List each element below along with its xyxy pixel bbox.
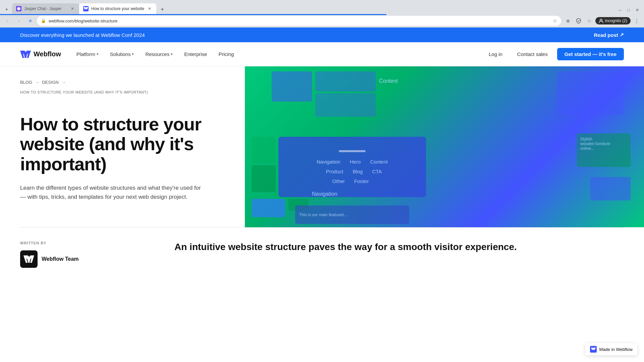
- extensions-icon[interactable]: ⊕: [563, 16, 573, 25]
- platform-chevron: ▾: [97, 52, 99, 56]
- wf-mini-logo: [590, 346, 597, 353]
- viz-label-nav: Navigation: [312, 191, 337, 197]
- bookmark-manager-icon[interactable]: ☆: [585, 16, 594, 25]
- breadcrumb-sep1: →: [35, 80, 39, 85]
- incognito-label: Incognito (2): [605, 18, 627, 23]
- new-tab-btn[interactable]: +: [158, 5, 167, 14]
- resources-chevron: ▾: [171, 52, 173, 56]
- nav-enterprise[interactable]: Enterprise: [179, 49, 212, 60]
- author-avatar: [20, 250, 38, 268]
- breadcrumb-blog[interactable]: BLOG: [20, 80, 32, 85]
- viz-block-2: [315, 71, 376, 92]
- nav-logo[interactable]: Webflow: [20, 49, 61, 60]
- login-btn[interactable]: Log in: [483, 49, 508, 60]
- main-content: BLOG → DESIGN → HOW TO STRUCTURE YOUR WE…: [0, 66, 644, 227]
- nav-solutions[interactable]: Solutions ▾: [105, 49, 139, 60]
- svg-point-0: [17, 7, 20, 10]
- tab-webflow-close[interactable]: ✕: [147, 6, 152, 11]
- toolbar-actions: ⊕ ☆ Incognito (2) ⋮: [563, 16, 641, 25]
- svg-line-2: [578, 20, 580, 21]
- viz-block-1: [272, 71, 312, 102]
- viz-bar: [339, 150, 366, 152]
- window-controls: ─ □ ✕: [616, 6, 641, 14]
- back-btn[interactable]: ‹: [3, 16, 12, 25]
- written-by-section: WRITTEN BY Webflow Team: [20, 241, 154, 268]
- solutions-chevron: ▾: [132, 52, 134, 56]
- tab-jasper[interactable]: Jasper Chat - Jasper ✕: [12, 3, 79, 14]
- author-name: Webflow Team: [42, 256, 79, 262]
- announcement-bar: Discover everything we launched at Webfl…: [0, 27, 644, 42]
- cta-btn[interactable]: Get started — it's free: [557, 48, 624, 60]
- article-area: BLOG → DESIGN → HOW TO STRUCTURE YOUR WE…: [0, 66, 245, 227]
- webflow-favicon: [83, 6, 89, 11]
- viz-right-block2: [590, 177, 631, 200]
- menu-icon[interactable]: ⋮: [632, 16, 641, 25]
- svg-line-1: [578, 21, 578, 21]
- quote-area: An intuitive website structure paves the…: [174, 241, 624, 268]
- viz-labels-row1: Navigation Hero Content: [317, 159, 388, 165]
- viz-block-left1: [252, 137, 276, 164]
- viz-main-block: Navigation Hero Content Product Blog CTA…: [278, 137, 426, 197]
- jasper-favicon: [16, 6, 21, 11]
- viz-block-3: [315, 93, 376, 117]
- article-description: Learn the different types of website str…: [20, 183, 208, 201]
- quote-text: An intuitive website structure paves the…: [174, 241, 624, 253]
- address-text: webflow.com/blog/website-structure: [49, 18, 550, 23]
- article-subtitle: HOW TO STRUCTURE YOUR WEBSITE (AND WHY I…: [20, 90, 225, 94]
- breadcrumb: BLOG → DESIGN →: [20, 80, 225, 85]
- browser-toolbar: ‹ › ✕ 🔒 webflow.com/blog/website-structu…: [0, 14, 644, 27]
- nav-links: Platform ▾ Solutions ▾ Resources ▾ Enter…: [72, 49, 483, 60]
- bottom-section: WRITTEN BY Webflow Team An intuitive web…: [0, 228, 644, 281]
- written-by-label: WRITTEN BY: [20, 241, 154, 245]
- browser-frame: ▾ Jasper Chat - Jasper ✕ How to structur…: [0, 0, 644, 27]
- svg-point-3: [600, 19, 602, 21]
- viz-labels-row3: Other Footer: [332, 178, 369, 184]
- nav-resources[interactable]: Resources ▾: [141, 49, 177, 60]
- bookmark-icon[interactable]: ☆: [553, 18, 557, 23]
- main-nav: Webflow Platform ▾ Solutions ▾ Resources…: [0, 42, 644, 66]
- incognito-btn[interactable]: Incognito (2): [595, 17, 631, 24]
- viz-bottom-text-block: This is our main featured...: [295, 205, 409, 224]
- viz-block-4: [557, 71, 624, 115]
- tab-jasper-close[interactable]: ✕: [70, 6, 75, 11]
- tab-overflow-btn[interactable]: ▾: [3, 5, 11, 14]
- viz-labels-row2: Product Blog CTA: [326, 169, 382, 174]
- breadcrumb-design[interactable]: DESIGN: [42, 80, 59, 85]
- minimize-btn[interactable]: ─: [616, 6, 624, 14]
- shield-icon[interactable]: [574, 16, 583, 25]
- hero-image: Content Navigation Hero Content Product …: [245, 66, 644, 227]
- nav-actions: Log in Contact sales Get started — it's …: [483, 48, 624, 60]
- reload-btn[interactable]: ✕: [25, 16, 35, 25]
- lock-icon: 🔒: [41, 18, 46, 23]
- restore-btn[interactable]: □: [625, 6, 633, 14]
- made-in-webflow-text: Made in Webflow: [599, 347, 633, 352]
- tab-webflow[interactable]: How to structure your website ✕: [79, 3, 156, 14]
- loading-bar: [0, 14, 386, 15]
- author-info: Webflow Team: [20, 250, 154, 268]
- viz-container: Content Navigation Hero Content Product …: [245, 66, 644, 227]
- announcement-cta[interactable]: Read post ↗: [594, 32, 624, 38]
- viz-block-left2: [252, 165, 276, 192]
- address-bar[interactable]: 🔒 webflow.com/blog/website-structure ☆: [37, 16, 561, 26]
- viz-right-block1: Stylishwooden furnitureonline...: [577, 133, 631, 167]
- viz-bottom-block1: [252, 199, 285, 217]
- contact-btn[interactable]: Contact sales: [512, 49, 553, 60]
- nav-platform[interactable]: Platform ▾: [72, 49, 103, 60]
- announcement-text: Discover everything we launched at Webfl…: [20, 32, 145, 38]
- made-in-webflow-badge[interactable]: Made in Webflow: [585, 343, 637, 355]
- breadcrumb-sep2: →: [61, 80, 66, 85]
- close-btn[interactable]: ✕: [633, 6, 641, 14]
- viz-label-content: Content: [379, 78, 398, 84]
- nav-pricing[interactable]: Pricing: [214, 49, 239, 60]
- tab-webflow-label: How to structure your website: [91, 6, 144, 11]
- forward-btn[interactable]: ›: [14, 16, 23, 25]
- nav-logo-text: Webflow: [34, 50, 61, 58]
- article-title: How to structure your website (and why i…: [20, 114, 225, 174]
- tab-jasper-label: Jasper Chat - Jasper: [24, 6, 67, 11]
